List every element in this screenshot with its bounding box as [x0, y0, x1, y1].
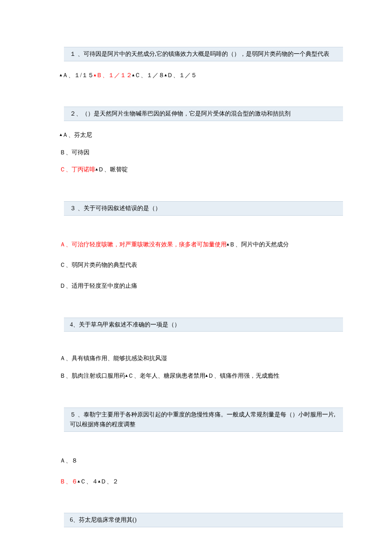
document-page: １ 、可待因是阿片中的天然成分,它的镇痛效力大概是吗啡的（），是弱阿片类药物的一…	[0, 0, 392, 544]
option: Ｃ、丁丙诺啡	[60, 166, 95, 173]
option: Ｂ、肌肉注射或口服用药	[60, 373, 125, 379]
option: ▴Ｂ、１／１２	[94, 72, 132, 78]
option-line: ▴Ａ、１/１５▴Ｂ、１／１２▴Ｃ、１／８▴Ｄ、１／５	[60, 70, 343, 81]
option-label: Ｂ、肌肉注射或口服用药	[60, 373, 125, 379]
stem-text: ２、（）是天然阿片生物碱蒂巴因的延伸物，它是阿片受体的混合型的激动和拮抗剂	[70, 110, 291, 117]
option-label: Ｄ、适用于轻度至中度的止痛	[60, 283, 137, 289]
answer-area: ▴Ａ、芬太尼 Ｂ、可待因 Ｃ、丁丙诺啡▴Ｄ、哌替啶	[60, 130, 343, 176]
option: ▴Ｂ、阿片中的天然成分	[227, 241, 289, 248]
option: ▴Ａ、１/１５	[60, 72, 94, 78]
option-label: Ａ、１/１５	[62, 72, 94, 78]
option-line: Ｄ、适用于轻度至中度的止痛	[60, 280, 343, 292]
stem-text: １ 、可待因是阿片中的天然成分,它的镇痛效力大概是吗啡的（），是弱阿片类药物的一…	[70, 51, 329, 57]
option-label: Ｂ、阿片中的天然成分	[229, 241, 289, 248]
option-label: Ｃ、１／８	[135, 72, 164, 78]
option: ▴Ｃ、１／８	[132, 72, 164, 78]
option-label: Ｄ、哌替啶	[98, 166, 128, 173]
option: ▴Ｄ、１／５	[164, 72, 197, 78]
option-label: Ｃ、老年人、糖尿病患者禁用	[128, 373, 205, 379]
option: Ａ、可治疗轻度咳嗽，对严重咳嗽没有效果，痰多者可加量使用	[60, 241, 227, 248]
option-label: Ｂ、可待因	[60, 149, 89, 156]
option-line: Ｂ、６▴Ｃ、４▴Ｄ、２	[60, 476, 343, 488]
option-label: Ａ、具有镇痛作用、能够抗感染和抗风湿	[60, 355, 167, 361]
option: ▴Ｄ、哌替啶	[95, 166, 128, 173]
question-stem: １ 、可待因是阿片中的天然成分,它的镇痛效力大概是吗啡的（），是弱阿片类药物的一…	[64, 47, 343, 61]
option-line: ▴Ａ、芬太尼	[60, 130, 343, 141]
question-stem: ２、（）是天然阿片生物碱蒂巴因的延伸物，它是阿片受体的混合型的激动和拮抗剂	[64, 107, 343, 121]
answer-area: Ａ、可治疗轻度咳嗽，对严重咳嗽没有效果，痰多者可加量使用▴Ｂ、阿片中的天然成分 …	[60, 239, 343, 292]
option-label: Ｂ、６	[60, 478, 78, 485]
option: Ｂ、可待因	[60, 149, 89, 156]
option: Ａ、８	[60, 457, 78, 464]
option: Ｃ、弱阿片类药物的典型代表	[60, 262, 137, 268]
stem-text: 4、关于草乌甲素叙述不准确的一项是（）	[70, 321, 180, 328]
question-stem: 4、关于草乌甲素叙述不准确的一项是（）	[64, 318, 343, 332]
option: Ｂ、６	[60, 478, 78, 485]
question-stem: 6、芬太尼临床常使用其()	[64, 513, 343, 527]
option-line: Ａ、具有镇痛作用、能够抗感染和抗风湿	[60, 353, 343, 364]
option: Ｄ、适用于轻度至中度的止痛	[60, 283, 137, 289]
option: ▴Ｄ、镇痛作用强，无成瘾性	[205, 373, 280, 379]
answer-area: ▴Ａ、１/１５▴Ｂ、１／１２▴Ｃ、１／８▴Ｄ、１／５	[60, 70, 343, 81]
option-label: Ｂ、１／１２	[96, 72, 132, 78]
option: ▴Ａ、芬太尼	[60, 132, 92, 138]
option-line: Ｃ、丁丙诺啡▴Ｄ、哌替啶	[60, 164, 343, 176]
answer-area: Ａ、具有镇痛作用、能够抗感染和抗风湿 Ｂ、肌肉注射或口服用药▴Ｃ、老年人、糖尿病…	[60, 353, 343, 382]
option-line: Ａ、８	[60, 455, 343, 467]
option-label: Ｃ、４	[80, 478, 98, 485]
option-label: Ａ、８	[60, 457, 78, 464]
option-line: Ｃ、弱阿片类药物的典型代表	[60, 260, 343, 271]
option-label: Ｄ、１／５	[167, 72, 197, 78]
option-label: Ｃ、弱阿片类药物的典型代表	[60, 262, 137, 268]
option-line: Ａ、可治疗轻度咳嗽，对严重咳嗽没有效果，痰多者可加量使用▴Ｂ、阿片中的天然成分	[60, 239, 343, 251]
option-label: Ａ、芬太尼	[62, 132, 92, 138]
option: ▴Ｄ、２	[98, 478, 118, 485]
answer-area: Ａ、８ Ｂ、６▴Ｃ、４▴Ｄ、２	[60, 455, 343, 487]
question-stem: ５ 、泰勒宁主要用于各种原因引起的中重度的急慢性疼痛。一般成人常规剂量是每（）小…	[64, 408, 343, 432]
stem-text: 6、芬太尼临床常使用其()	[70, 517, 136, 523]
question-stem: ３ 、关于可待因叙述错误的是（）	[64, 201, 343, 216]
option: ▴Ｃ、４	[78, 478, 98, 485]
option-label: Ａ、可治疗轻度咳嗽，对严重咳嗽没有效果，痰多者可加量使用	[60, 241, 227, 248]
option-label: Ｃ、丁丙诺啡	[60, 166, 95, 173]
option-label: Ｄ、２	[101, 478, 118, 485]
option-line: Ｂ、肌肉注射或口服用药▴Ｃ、老年人、糖尿病患者禁用▴Ｄ、镇痛作用强，无成瘾性	[60, 370, 343, 382]
stem-text: ５ 、泰勒宁主要用于各种原因引起的中重度的急慢性疼痛。一般成人常规剂量是每（）小…	[70, 411, 335, 428]
option: Ａ、具有镇痛作用、能够抗感染和抗风湿	[60, 355, 167, 361]
option-label: Ｄ、镇痛作用强，无成瘾性	[208, 373, 280, 379]
option: ▴Ｃ、老年人、糖尿病患者禁用	[125, 373, 205, 379]
stem-text: ３ 、关于可待因叙述错误的是（）	[70, 205, 161, 211]
option-line: Ｂ、可待因	[60, 147, 343, 159]
